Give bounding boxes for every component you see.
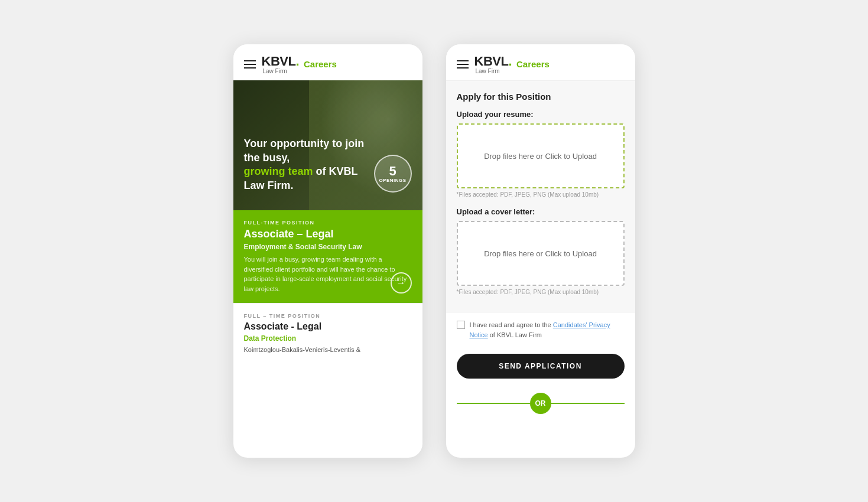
right-logo-block: KBVL. Law Firm [474,54,512,74]
second-job-description: Koimtzoglou-Bakalis-Venieris-Leventis & [244,345,412,355]
logo-dot: . [295,54,299,69]
or-line-right [551,403,625,404]
cover-upload-zone[interactable]: Drop files here or Click to Upload [457,221,625,286]
left-header: KBVL. Law Firm Careers [233,44,422,80]
right-header: KBVL. Law Firm Careers [446,44,635,81]
logo-block: KBVL. Law Firm [262,54,300,74]
second-job-card: FULL – TIME POSITION Associate - Legal D… [233,303,422,364]
resume-file-hint: *Files accepted: PDF, JPEG, PNG (Max upl… [457,191,625,198]
hero-headline: Your opportunity to join the busy, growi… [244,137,369,193]
right-hamburger-menu-icon[interactable] [457,60,469,69]
privacy-checkbox[interactable] [457,321,465,329]
job-title: Associate – Legal [244,228,412,240]
hamburger-menu-icon[interactable] [244,60,256,69]
firm-name: Law Firm [263,68,300,74]
right-logo-text: KBVL. [474,54,512,69]
openings-badge: 5 OPENINGS [374,155,412,193]
cover-file-hint: *Files accepted: PDF, JPEG, PNG (Max upl… [457,289,625,295]
job-type-label: FULL-TIME POSITION [244,220,412,226]
apply-section: Apply for this Position Upload your resu… [446,81,635,313]
hero-text-part1: Your opportunity to join the busy, [244,138,365,163]
send-application-button[interactable]: SEND APPLICATION [457,354,625,379]
or-line-left [457,403,530,404]
main-container: KBVL. Law Firm Careers Your opportunity … [0,21,868,481]
privacy-prefix: I have read and agree to the [470,321,551,328]
hero-text-green: growing team [244,165,313,177]
or-divider: OR [446,388,635,425]
cover-upload-label: Upload a cover letter: [457,207,625,216]
logo-text: KBVL. [262,54,300,69]
apply-title: Apply for this Position [457,92,625,102]
cover-upload-text: Drop files here or Click to Upload [484,249,597,258]
right-logo-dot: . [508,54,512,69]
right-firm-name: Law Firm [476,68,512,74]
second-job-type-label: FULL – TIME POSITION [244,313,412,319]
resume-upload-label: Upload your resume: [457,110,625,119]
second-job-title: Associate - Legal [244,321,412,332]
hero-section: Your opportunity to join the busy, growi… [233,80,422,210]
right-phone-card: KBVL. Law Firm Careers Apply for this Po… [446,44,635,458]
privacy-row: I have read and agree to the Candidates'… [446,313,635,347]
or-circle: OR [530,393,551,414]
privacy-suffix-text: of KBVL Law Firm [490,331,542,338]
second-job-subtitle: Data Protection [244,334,412,343]
job-description: You will join a busy, growing team deali… [244,255,412,294]
resume-upload-zone[interactable]: Drop files here or Click to Upload [457,123,625,188]
right-nav-careers-label[interactable]: Careers [516,59,550,69]
featured-job-card: FULL-TIME POSITION Associate – Legal Emp… [233,210,422,303]
hero-content: Your opportunity to join the busy, growi… [244,137,369,193]
openings-label: OPENINGS [379,178,406,183]
openings-number: 5 [389,165,396,178]
job-subtitle: Employment & Social Security Law [244,243,412,251]
send-button-wrapper: SEND APPLICATION [446,347,635,388]
job-arrow-button[interactable] [391,272,412,294]
resume-upload-text: Drop files here or Click to Upload [484,152,597,161]
nav-careers-label[interactable]: Careers [304,59,337,69]
privacy-text: I have read and agree to the Candidates'… [470,320,625,340]
left-phone-card: KBVL. Law Firm Careers Your opportunity … [233,44,422,458]
